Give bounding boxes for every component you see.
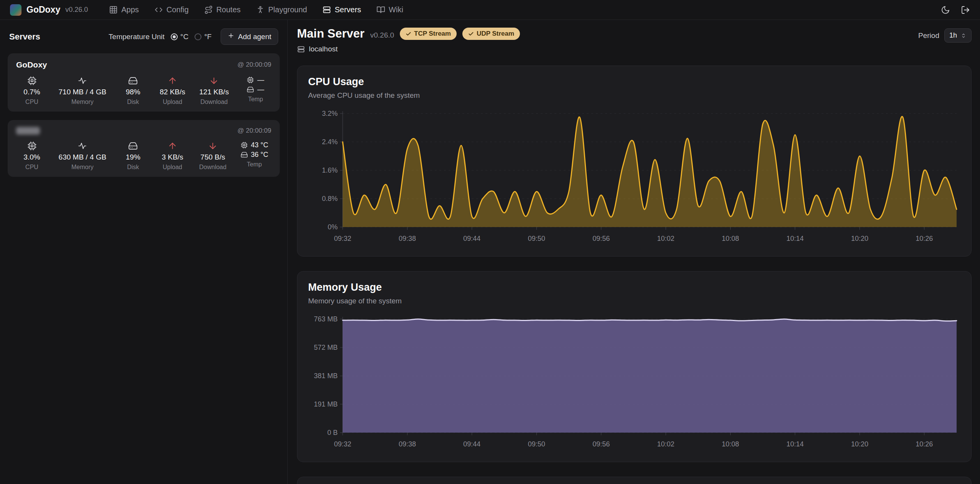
host-name: localhost bbox=[309, 45, 338, 53]
hard-drive-icon bbox=[128, 141, 138, 151]
arrow-up-icon bbox=[168, 141, 177, 151]
chevron-up-down-icon bbox=[960, 33, 967, 39]
temperature-unit-label: Temperature Unit bbox=[109, 33, 165, 41]
metric-upload: 82 KB/s Upload bbox=[160, 76, 185, 105]
svg-text:572 MB: 572 MB bbox=[314, 344, 338, 351]
badge-label: TCP Stream bbox=[414, 30, 451, 38]
cpu-usage-card: CPU Usage Average CPU usage of the syste… bbox=[297, 66, 972, 257]
navbar-left: GoDoxy v0.26.0 Apps Config bbox=[10, 4, 403, 16]
disk-label: Disk bbox=[127, 164, 139, 171]
nav-item-wiki[interactable]: Wiki bbox=[376, 5, 403, 14]
server-timestamp: @ 20:00:09 bbox=[238, 127, 271, 135]
server-timestamp: @ 20:00:09 bbox=[238, 61, 271, 69]
cpu-temp-value: 43 °C bbox=[251, 141, 268, 149]
temp-label: Temp bbox=[247, 161, 262, 168]
badge-label: UDP Stream bbox=[477, 30, 514, 38]
hard-drive-icon bbox=[241, 151, 248, 158]
svg-text:10:20: 10:20 bbox=[851, 235, 868, 242]
metric-temp: 43 °C 36 °C Temp bbox=[241, 141, 268, 168]
upload-label: Upload bbox=[163, 99, 182, 105]
svg-text:0%: 0% bbox=[328, 223, 338, 231]
svg-text:0 B: 0 B bbox=[327, 429, 338, 436]
metric-disk: 98% Disk bbox=[120, 76, 146, 105]
nav-item-label: Apps bbox=[121, 5, 139, 14]
cpu-chip-icon bbox=[27, 76, 37, 86]
nav-item-config[interactable]: Config bbox=[154, 5, 189, 14]
sidebar-title: Servers bbox=[9, 32, 40, 42]
navbar-right bbox=[941, 5, 970, 15]
cpu-temp-value: — bbox=[257, 76, 264, 84]
svg-text:10:14: 10:14 bbox=[786, 440, 803, 448]
check-icon bbox=[468, 31, 474, 37]
udp-stream-badge: UDP Stream bbox=[462, 28, 520, 40]
main-content: Main Server v0.26.0 TCP Stream bbox=[288, 20, 980, 484]
cpu-temp-row: 43 °C bbox=[241, 141, 268, 149]
metric-upload: 3 KB/s Upload bbox=[160, 141, 185, 171]
svg-text:09:32: 09:32 bbox=[334, 235, 351, 242]
nav-item-label: Routes bbox=[216, 5, 241, 14]
upload-label: Upload bbox=[163, 164, 182, 171]
arrow-up-icon bbox=[168, 76, 177, 86]
nav-item-label: Wiki bbox=[389, 5, 403, 14]
nav-item-apps[interactable]: Apps bbox=[109, 5, 139, 14]
add-agent-button[interactable]: Add agent bbox=[221, 28, 278, 45]
svg-text:09:50: 09:50 bbox=[528, 440, 545, 448]
disk-temp-row: — bbox=[247, 86, 264, 94]
period-value: 1h bbox=[949, 31, 957, 40]
code-icon bbox=[154, 5, 163, 14]
svg-text:10:26: 10:26 bbox=[916, 235, 933, 242]
disk-temp-value: — bbox=[257, 86, 264, 94]
logout-icon bbox=[961, 5, 970, 15]
theme-toggle-button[interactable] bbox=[941, 5, 950, 15]
grid-icon bbox=[109, 5, 118, 14]
memory-value: 710 MB / 4 GB bbox=[59, 88, 107, 96]
next-chart-card-partial bbox=[297, 477, 972, 484]
nav-item-routes[interactable]: Routes bbox=[204, 5, 241, 14]
svg-text:09:38: 09:38 bbox=[399, 235, 416, 242]
disk-value: 98% bbox=[126, 88, 140, 96]
metric-cpu: 3.0% CPU bbox=[19, 141, 45, 171]
memory-label: Memory bbox=[71, 164, 94, 171]
cpu-temp-row: — bbox=[247, 76, 264, 84]
metric-download: 121 KB/s Download bbox=[199, 76, 229, 105]
server-name: GoDoxy bbox=[16, 60, 47, 69]
cpu-label: CPU bbox=[25, 164, 38, 171]
cpu-chart-title: CPU Usage bbox=[308, 76, 960, 88]
fahrenheit-label: °F bbox=[204, 33, 211, 41]
hard-drive-icon bbox=[247, 86, 254, 93]
server-card-godoxy[interactable]: GoDoxy @ 20:00:09 0.7% CPU bbox=[8, 53, 280, 112]
memory-chart-title: Memory Usage bbox=[308, 282, 960, 293]
host-row: localhost bbox=[297, 45, 520, 53]
celsius-radio[interactable]: °C bbox=[171, 33, 188, 41]
nav-item-playground[interactable]: Playground bbox=[256, 5, 307, 14]
cpu-chip-icon bbox=[241, 142, 248, 149]
logout-button[interactable] bbox=[961, 5, 970, 15]
disk-value: 19% bbox=[126, 153, 140, 161]
upload-value: 3 KB/s bbox=[162, 153, 183, 161]
svg-text:09:44: 09:44 bbox=[463, 235, 480, 242]
metric-download: 750 B/s Download bbox=[199, 141, 226, 171]
memory-usage-chart: 0 B191 MB381 MB572 MB763 MB09:3209:3809:… bbox=[308, 314, 960, 452]
cpu-value: 3.0% bbox=[23, 153, 40, 161]
svg-text:09:32: 09:32 bbox=[334, 440, 351, 448]
memory-chart-subtitle: Memory usage of the system bbox=[308, 297, 960, 305]
main-header-left: Main Server v0.26.0 TCP Stream bbox=[297, 27, 520, 53]
check-icon bbox=[406, 31, 411, 37]
upload-value: 82 KB/s bbox=[160, 88, 185, 96]
godoxy-logo[interactable] bbox=[10, 4, 21, 16]
radio-circle bbox=[171, 33, 178, 40]
server-card-agent[interactable]: @ 20:00:09 3.0% CPU 630 MB / 4 bbox=[8, 120, 280, 177]
period-label: Period bbox=[918, 31, 939, 40]
app-root: GoDoxy v0.26.0 Apps Config bbox=[0, 0, 980, 484]
main-header: Main Server v0.26.0 TCP Stream bbox=[297, 27, 972, 53]
cpu-value: 0.7% bbox=[23, 88, 40, 96]
nav-item-label: Config bbox=[167, 5, 189, 14]
server-card-header: @ 20:00:09 bbox=[16, 127, 271, 135]
svg-text:10:02: 10:02 bbox=[657, 440, 675, 448]
activity-icon bbox=[78, 141, 87, 151]
fahrenheit-radio[interactable]: °F bbox=[195, 33, 211, 41]
svg-text:10:08: 10:08 bbox=[722, 235, 739, 242]
nav-item-servers[interactable]: Servers bbox=[322, 5, 361, 14]
brand-name[interactable]: GoDoxy bbox=[26, 5, 60, 15]
period-select[interactable]: 1h bbox=[944, 28, 972, 43]
